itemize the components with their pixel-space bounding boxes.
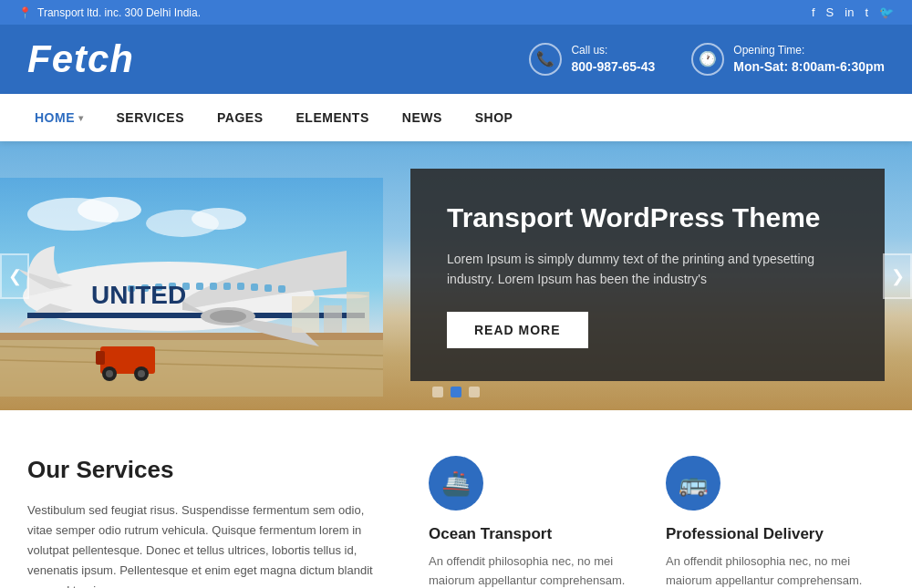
slider-dot-2[interactable] (451, 387, 461, 397)
top-bar-address-section: 📍 Transport ltd. inc. 300 Delhi India. (18, 6, 201, 19)
services-section: Our Services Vestibulum sed feugiat risu… (0, 410, 912, 588)
address-text: Transport ltd. inc. 300 Delhi India. (37, 6, 201, 19)
service-card-ocean: 🚢 Ocean Transport An offendit philosophi… (410, 456, 648, 588)
svg-rect-18 (237, 283, 244, 290)
slider-next-button[interactable]: ❯ (883, 253, 912, 299)
call-label: Call us: (571, 44, 607, 57)
hero-section: UNITED Transport WordPress Theme Lorem I… (0, 141, 912, 410)
svg-rect-16 (210, 283, 217, 290)
ocean-transport-icon: 🚢 (429, 456, 483, 511)
hours-label: Opening Time: (733, 44, 804, 57)
svg-rect-17 (223, 283, 231, 290)
tumblr-icon[interactable]: t (865, 5, 868, 19)
svg-text:UNITED: UNITED (91, 281, 186, 309)
hours-value: Mon-Sat: 8:00am-6:30pm (733, 58, 885, 77)
delivery-icon: 🚌 (666, 456, 720, 511)
slider-dot-1[interactable] (432, 387, 443, 397)
hero-title: Transport WordPress Theme (447, 201, 848, 234)
nav-news[interactable]: NEWS (386, 94, 459, 141)
nav-elements[interactable]: ELEMENTS (280, 94, 386, 141)
phone-info: Call us: 800-987-65-43 (571, 43, 655, 76)
svg-rect-6 (0, 333, 383, 340)
read-more-button[interactable]: Read More (447, 312, 588, 348)
services-description: Vestibulum sed feugiat risus. Suspendiss… (27, 500, 374, 588)
svg-rect-32 (292, 296, 319, 333)
hours-contact: 🕐 Opening Time: Mon-Sat: 8:00am-6:30pm (691, 43, 885, 76)
social-links: f S in t 🐦 (812, 5, 894, 19)
facebook-icon[interactable]: f (812, 5, 815, 19)
call-number: 800-987-65-43 (571, 58, 655, 77)
phone-icon: 📞 (529, 43, 562, 76)
slider-dot-3[interactable] (469, 387, 480, 397)
chevron-down-icon: ▾ (78, 113, 84, 123)
phone-contact: 📞 Call us: 800-987-65-43 (529, 43, 655, 76)
ocean-transport-desc: An offendit philosophia nec, no mei maio… (429, 552, 629, 588)
svg-rect-27 (96, 351, 105, 365)
top-bar: 📍 Transport ltd. inc. 300 Delhi India. f… (0, 0, 912, 25)
svg-rect-33 (324, 305, 342, 333)
svg-rect-20 (264, 284, 272, 292)
service-card-delivery: 🚌 Professional Delivery An offendit phil… (648, 456, 885, 588)
logo: Fetch (27, 37, 134, 81)
hero-content: Transport WordPress Theme Lorem Ipsum is… (410, 169, 885, 381)
svg-point-2 (78, 197, 141, 222)
svg-point-4 (192, 208, 246, 230)
skype-icon[interactable]: S (826, 5, 834, 19)
svg-rect-21 (278, 285, 285, 293)
slider-prev-button[interactable]: ❮ (0, 253, 29, 299)
services-heading: Our Services (27, 456, 374, 484)
delivery-desc: An offendit philosophia nec, no mei maio… (666, 552, 866, 588)
header: Fetch 📞 Call us: 800-987-65-43 🕐 Opening… (0, 25, 912, 94)
nav-home[interactable]: HOME ▾ (18, 94, 100, 141)
svg-rect-34 (347, 292, 369, 333)
svg-rect-15 (196, 283, 203, 290)
clock-icon: 🕐 (691, 43, 724, 76)
header-contact: 📞 Call us: 800-987-65-43 🕐 Opening Time:… (529, 43, 885, 76)
main-nav: HOME ▾ SERVICES PAGES ELEMENTS NEWS SHOP (0, 94, 912, 141)
twitter-icon[interactable]: 🐦 (879, 5, 894, 19)
location-icon: 📍 (18, 6, 32, 19)
ocean-transport-name: Ocean Transport (429, 525, 629, 543)
slider-dots (432, 387, 480, 397)
nav-pages[interactable]: PAGES (201, 94, 279, 141)
delivery-name: Professional Delivery (666, 525, 866, 543)
linkedin-icon[interactable]: in (845, 5, 854, 19)
svg-point-31 (138, 370, 145, 377)
svg-point-29 (106, 370, 113, 377)
services-intro: Our Services Vestibulum sed feugiat risu… (27, 456, 410, 588)
airplane-image: UNITED (0, 178, 383, 397)
hours-info: Opening Time: Mon-Sat: 8:00am-6:30pm (733, 43, 885, 76)
svg-point-25 (210, 310, 246, 323)
nav-services[interactable]: SERVICES (100, 94, 202, 141)
nav-shop[interactable]: SHOP (459, 94, 530, 141)
hero-description: Lorem Ipsum is simply dummy text of the … (447, 249, 848, 290)
svg-rect-19 (251, 284, 258, 291)
